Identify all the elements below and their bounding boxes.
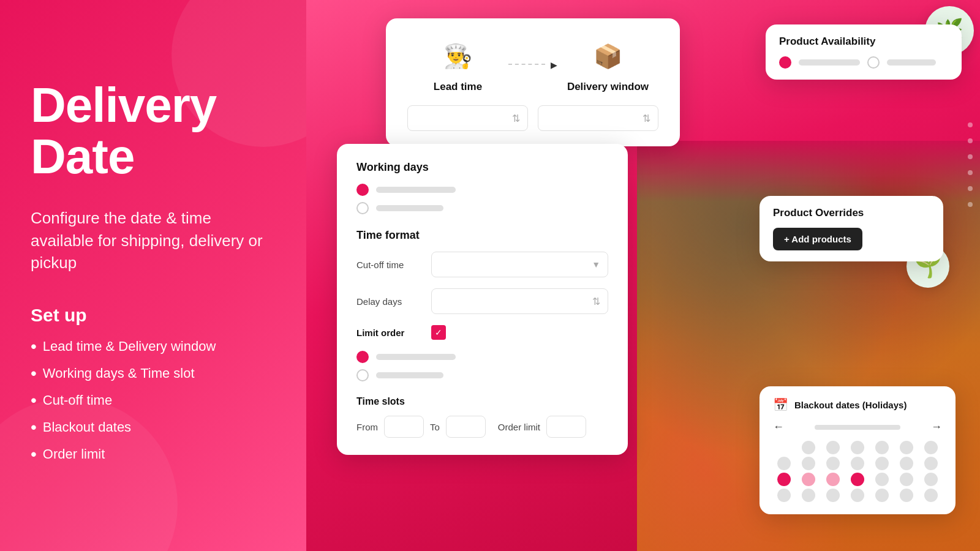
cal-dot[interactable] — [777, 457, 791, 470]
product-availability-card: Product Availability — [766, 24, 962, 80]
time-slots-title: Time slots — [356, 396, 608, 407]
time-slots-section: Time slots From To Order limit — [356, 396, 608, 438]
cal-dot[interactable] — [900, 441, 913, 454]
from-input[interactable] — [384, 416, 424, 438]
spinner-icon: ⇅ — [592, 296, 600, 307]
cal-dot[interactable] — [924, 489, 938, 502]
lead-time-input[interactable]: ⇅ — [407, 105, 528, 131]
wc-bar-2 — [376, 205, 443, 211]
next-month-button[interactable]: → — [931, 421, 942, 433]
cal-dot[interactable] — [802, 441, 815, 454]
list-item: Lead time & Delivery window — [31, 337, 276, 356]
list-item: Order limit — [31, 444, 276, 464]
working-days-option-1 — [356, 184, 608, 196]
blackout-dates-card: 📅 Blackout dates (Holidays) ← → — [760, 386, 956, 514]
cal-dot[interactable] — [900, 457, 913, 470]
working-days-card: Working days Time format Cut-off time ▼ … — [337, 144, 628, 455]
radio-filled-2[interactable] — [356, 351, 369, 363]
radio-filled-1[interactable] — [356, 184, 369, 196]
cal-dot[interactable] — [826, 489, 840, 502]
to-label: To — [430, 422, 440, 432]
wc-bar-1 — [376, 187, 456, 193]
working-days-options — [356, 184, 608, 214]
cal-dot[interactable] — [777, 489, 791, 502]
radio-empty-2[interactable] — [356, 369, 369, 381]
cal-dot[interactable] — [875, 441, 889, 454]
cal-dot[interactable] — [826, 457, 840, 470]
cal-dot[interactable] — [875, 457, 889, 470]
cal-dot[interactable] — [802, 473, 815, 486]
option-bar-1 — [799, 59, 860, 66]
left-panel: Delivery Date Configure the date & time … — [0, 0, 306, 551]
list-item: Blackout dates — [31, 418, 276, 437]
delivery-window-label: Delivery window — [567, 81, 649, 93]
cal-dot-selected[interactable] — [777, 473, 791, 486]
setup-list: Lead time & Delivery window Working days… — [31, 337, 276, 471]
cal-dot[interactable] — [924, 441, 938, 454]
spinner-icon: ⇅ — [643, 113, 650, 124]
cal-dot[interactable] — [875, 473, 889, 486]
lead-time-block: 👨‍🍳 Lead time — [407, 37, 508, 93]
cal-dot-selected[interactable] — [851, 473, 864, 486]
lead-time-icon: 👨‍🍳 — [439, 37, 478, 76]
right-panel: 🌿 🌱 👨‍🍳 Lead time 📦 Delivery window ⇅ ⇅ … — [306, 0, 980, 551]
title-line1: Delivery — [31, 78, 216, 132]
cutoff-time-input[interactable]: ▼ — [431, 252, 608, 277]
cal-dot[interactable] — [875, 489, 889, 502]
setup-heading: Set up — [31, 305, 276, 326]
cutoff-time-row: Cut-off time ▼ — [356, 252, 608, 277]
lead-delivery-card: 👨‍🍳 Lead time 📦 Delivery window ⇅ ⇅ — [386, 18, 680, 146]
cal-dot[interactable] — [924, 457, 938, 470]
cal-dot[interactable] — [826, 441, 840, 454]
time-format-title: Time format — [356, 229, 608, 242]
prev-month-button[interactable]: ← — [773, 421, 784, 433]
option-bar-2 — [887, 59, 936, 66]
cal-dot[interactable] — [826, 473, 840, 486]
cal-dot[interactable] — [900, 473, 913, 486]
from-label: From — [356, 422, 378, 432]
delivery-window-block: 📦 Delivery window — [557, 37, 658, 93]
subtitle: Configure the date & time available for … — [31, 207, 276, 274]
cal-dot[interactable] — [851, 441, 864, 454]
blackout-nav: ← → — [773, 421, 942, 433]
lead-time-label: Lead time — [434, 81, 482, 93]
cal-dot[interactable] — [802, 489, 815, 502]
working-days-title: Working days — [356, 161, 608, 174]
list-item: Cut-off time — [31, 391, 276, 410]
lo-bar-1 — [376, 354, 456, 360]
to-input[interactable] — [446, 416, 486, 438]
blackout-header: 📅 Blackout dates (Holidays) — [773, 397, 942, 412]
lead-delivery-inner: 👨‍🍳 Lead time 📦 Delivery window — [407, 37, 658, 93]
title-line2: Date — [31, 129, 134, 184]
calendar-grid — [773, 441, 942, 502]
order-limit-label: Order limit — [498, 422, 540, 432]
limit-order-checkbox[interactable]: ✓ — [431, 325, 446, 340]
cal-dot — [777, 441, 791, 454]
delivery-window-icon: 📦 — [589, 37, 628, 76]
delay-label: Delay days — [356, 296, 424, 307]
delay-days-input[interactable]: ⇅ — [431, 288, 608, 314]
dropdown-arrow: ▼ — [592, 260, 600, 269]
calendar-icon: 📅 — [773, 397, 788, 412]
product-overrides-title: Product Overrides — [773, 207, 930, 219]
blackout-title: Blackout dates (Holidays) — [794, 400, 907, 410]
product-overrides-card: Product Overrides + Add products — [760, 196, 943, 261]
cal-dot[interactable] — [900, 489, 913, 502]
radio-empty-1[interactable] — [356, 202, 369, 214]
list-item: Working days & Time slot — [31, 364, 276, 383]
spinner-icon: ⇅ — [512, 113, 520, 124]
limit-order-row: Limit order ✓ — [356, 325, 608, 340]
cal-dot[interactable] — [851, 489, 864, 502]
delay-days-row: Delay days ⇅ — [356, 288, 608, 314]
cal-dot[interactable] — [802, 457, 815, 470]
order-limit-input[interactable] — [546, 416, 586, 438]
delivery-window-input[interactable]: ⇅ — [538, 105, 658, 131]
main-title: Delivery Date — [31, 80, 276, 182]
cal-dot[interactable] — [851, 457, 864, 470]
add-products-button[interactable]: + Add products — [773, 228, 862, 250]
lo-bar-2 — [376, 372, 443, 378]
decoration-dots — [968, 122, 973, 207]
cal-dot[interactable] — [924, 473, 938, 486]
radio-option-1[interactable] — [779, 56, 791, 69]
radio-option-2[interactable] — [867, 56, 880, 69]
